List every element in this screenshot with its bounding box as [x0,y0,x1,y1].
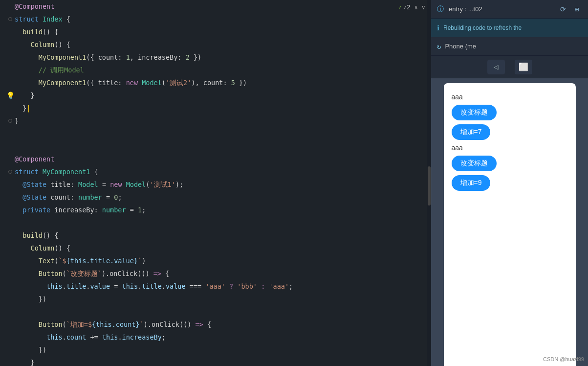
editor-panel: ✓✓2 ∧ ∨ @Component struct Index { build(… [0,0,431,366]
info-circle-icon: ℹ [437,24,439,32]
layers-icon[interactable]: ⊞ [571,4,582,15]
code-line: Text(`${this.title.value}`) [0,254,431,267]
code-line: Column() { [0,38,431,51]
code-line: this.title.value = this.title.value === … [0,280,431,293]
code-line: build() { [0,229,431,242]
code-line: MyComponent1({ title: new Model('测试2'), … [0,76,431,89]
rebuild-text: Rebuilding code to refresh the [443,24,522,31]
sync-icon: ↻ [437,43,441,50]
gutter-dot [8,170,12,174]
phone-text: Phone (me [445,43,476,50]
refresh-icon[interactable]: ⟳ [558,4,568,15]
gutter-dot [8,119,12,123]
code-line [0,140,431,153]
code-content: @Component struct Index { build() { Colu… [0,0,431,366]
scrollbar[interactable] [427,0,431,366]
change-title-btn-1[interactable]: 改变标题 [452,105,497,120]
header-title: entry : ...t02 [449,5,482,13]
increase-btn-2[interactable]: 增加=9 [452,175,491,191]
watermark: CSDN @huazi99 [543,356,584,362]
gutter [6,119,15,123]
phone-bar: ↻ Phone (me [431,37,588,56]
gutter: 💡 [6,89,15,102]
code-line: struct Index { [0,13,431,25]
code-line: MyComponent1({ count: 1, increaseBy: 2 }… [0,51,431,64]
code-line: } [0,356,431,366]
split-button[interactable]: ⬜ [515,60,532,74]
gutter [6,17,15,21]
nav-controls: ◁ ⬜ [431,56,588,78]
right-header: ⓘ entry : ...t02 ⟳ ⊞ [431,0,588,19]
code-line: }) [0,343,431,356]
header-icons: ⟳ ⊞ [558,4,582,15]
code-line: @Component [0,153,431,165]
back-button[interactable]: ◁ [487,60,505,74]
right-panel: ⓘ entry : ...t02 ⟳ ⊞ ℹ Rebuilding code t… [431,0,588,366]
gutter-dot [8,17,12,21]
code-line: // 调用Model [0,64,431,76]
code-line: @State title: Model = new Model('测试1'); [0,178,431,191]
entry-icon: ⓘ [437,5,444,14]
rebuild-bar: ℹ Rebuilding code to refresh the [431,19,588,37]
bulb-icon: 💡 [6,89,15,102]
code-line: }| [0,102,431,114]
code-line [0,216,431,229]
code-line: Column() { [0,242,431,254]
code-line: }) [0,293,431,305]
code-line: build() { [0,25,431,38]
phone-text-aaa-2: aaa [452,144,463,152]
phone-screen: aaa 改变标题 增加=7 aaa 改变标题 增加=9 [444,83,576,366]
code-line: private increaseBy: number = 1; [0,204,431,216]
code-line: this.count += this.increaseBy; [0,331,431,343]
code-line [0,305,431,318]
code-line: } [0,114,431,127]
change-title-btn-2[interactable]: 改变标题 [452,156,497,171]
code-line: Button(`增加=${this.count}`).onClick(() =>… [0,318,431,331]
gutter [6,170,15,174]
phone-preview: aaa 改变标题 增加=7 aaa 改变标题 增加=9 CSDN @huazi9… [431,78,588,366]
code-line: @Component [0,0,431,13]
increase-btn-1[interactable]: 增加=7 [452,124,491,140]
scrollbar-thumb[interactable] [428,166,431,206]
code-line: 💡 } [0,89,431,102]
code-line: Button(`改变标题`).onClick(() => { [0,267,431,280]
code-line: @State count: number = 0; [0,191,431,204]
code-line [0,127,431,140]
code-line: struct MyComponent1 { [0,165,431,178]
phone-text-aaa-1: aaa [452,93,463,101]
